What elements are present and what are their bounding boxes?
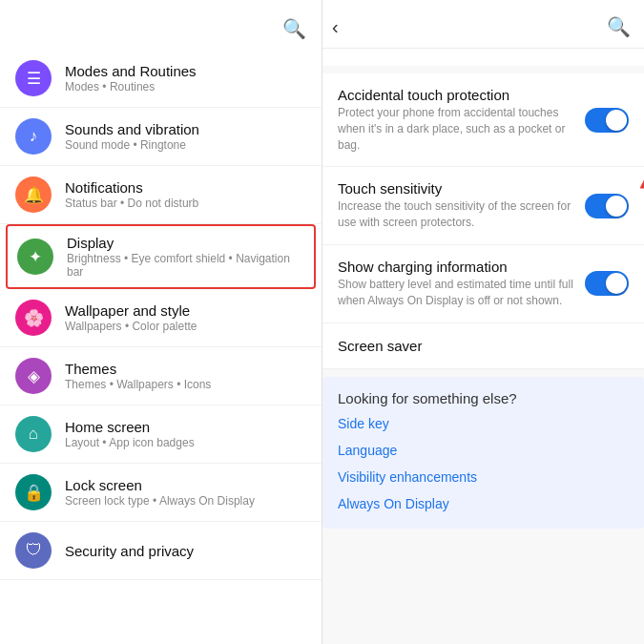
notifications-name: Notifications [65,179,198,196]
notifications-sub: Status bar • Do not disturb [65,197,198,210]
wallpaper-sub: Wallpapers • Color palette [65,320,197,333]
show_charging-sub: Show battery level and estimated time un… [338,277,575,309]
sounds-name: Sounds and vibration [65,121,199,137]
sidebar-item-modes[interactable]: ☰Modes and RoutinesModes • Routines [0,50,322,108]
homescreen-icon: ⌂ [15,416,52,452]
touch_sensitivity-toggle[interactable] [585,194,629,218]
display-icon: ✦ [17,239,53,275]
security-icon: 🛡 [15,532,52,569]
homescreen-sub: Layout • App icon badges [65,436,195,449]
display-item-accidental_touch[interactable]: Accidental touch protectionProtect your … [322,73,644,167]
display-sub: Brightness • Eye comfort shield • Naviga… [67,252,304,279]
themes-icon: ◈ [15,358,52,394]
security-name: Security and privacy [65,543,194,559]
top-note [322,49,644,66]
display-item-show_charging[interactable]: Show charging informationShow battery le… [322,245,644,323]
looking-link-always-on-display[interactable]: Always On Display [338,496,629,511]
wallpaper-name: Wallpaper and style [65,302,197,319]
left-header: 🔍 [0,0,322,50]
modes-name: Modes and Routines [65,63,197,79]
touch_sensitivity-sub: Increase the touch sensitivity of the sc… [338,198,575,231]
left-panel: 🔍 ☰Modes and RoutinesModes • Routines♪So… [0,0,322,644]
back-button[interactable]: ‹ [332,16,339,38]
sidebar-item-lockscreen[interactable]: 🔒Lock screenScreen lock type • Always On… [0,464,322,522]
lockscreen-name: Lock screen [65,477,255,493]
looking-title: Looking for something else? [338,390,629,406]
lockscreen-icon: 🔒 [15,474,52,510]
accidental_touch-title: Accidental touch protection [338,87,575,103]
accidental_touch-sub: Protect your phone from accidental touch… [338,105,575,153]
display-name: Display [67,235,304,251]
looking-link-visibility-enhancements[interactable]: Visibility enhancements [338,469,629,485]
themes-sub: Themes • Wallpapers • Icons [65,378,211,391]
search-icon[interactable]: 🔍 [607,15,631,38]
sidebar-item-sounds[interactable]: ♪Sounds and vibrationSound mode • Ringto… [0,108,322,166]
right-content: Accidental touch protectionProtect your … [322,49,644,644]
themes-name: Themes [65,361,211,377]
sidebar-item-homescreen[interactable]: ⌂Home screenLayout • App icon badges [0,405,322,464]
screen-saver-item[interactable]: Screen saver [322,323,644,369]
sounds-sub: Sound mode • Ringtone [65,138,199,152]
modes-icon: ☰ [15,60,52,96]
right-header: ‹ 🔍 [322,0,644,49]
sidebar-item-notifications[interactable]: 🔔NotificationsStatus bar • Do not distur… [0,166,322,224]
looking-link-language[interactable]: Language [338,443,629,458]
sidebar-item-display[interactable]: ✦DisplayBrightness • Eye comfort shield … [6,224,316,289]
screen_saver-title: Screen saver [338,338,422,354]
touch_sensitivity-title: Touch sensitivity [338,180,575,197]
right-panel: ‹ 🔍 Accidental touch protectionProtect y… [322,0,644,644]
display-item-touch_sensitivity[interactable]: Touch sensitivityIncrease the touch sens… [322,167,644,245]
notifications-icon: 🔔 [15,177,52,213]
modes-sub: Modes • Routines [65,80,197,93]
sidebar-item-wallpaper[interactable]: 🌸Wallpaper and styleWallpapers • Color p… [0,289,322,347]
sidebar-item-security[interactable]: 🛡Security and privacy [0,522,322,580]
settings-list: ☰Modes and RoutinesModes • Routines♪Soun… [0,50,322,644]
show_charging-toggle[interactable] [585,271,629,296]
homescreen-name: Home screen [65,419,195,435]
wallpaper-icon: 🌸 [15,300,52,336]
sounds-icon: ♪ [15,118,52,155]
looking-link-side-key[interactable]: Side key [338,416,629,431]
accidental_touch-toggle[interactable] [585,108,629,133]
lockscreen-sub: Screen lock type • Always On Display [65,494,255,508]
sidebar-item-themes[interactable]: ◈ThemesThemes • Wallpapers • Icons [0,347,322,405]
looking-section: Looking for something else?Side keyLangu… [322,377,644,529]
show_charging-title: Show charging information [338,259,575,275]
search-icon[interactable]: 🔍 [282,17,306,40]
display-settings-section: Accidental touch protectionProtect your … [322,73,644,323]
